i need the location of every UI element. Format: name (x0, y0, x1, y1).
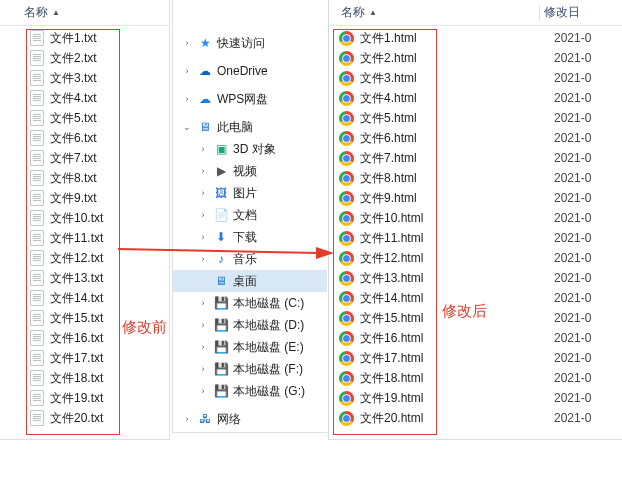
file-row[interactable]: 文件11.html2021-0 (329, 228, 622, 248)
nav-disk-d[interactable]: ›💾本地磁盘 (D:) (173, 314, 327, 336)
chrome-icon (339, 411, 354, 426)
file-row[interactable]: 文件17.html2021-0 (329, 348, 622, 368)
file-row[interactable]: 文件4.html2021-0 (329, 88, 622, 108)
file-name: 文件10.txt (50, 210, 103, 227)
file-row[interactable]: 文件12.html2021-0 (329, 248, 622, 268)
nav-label: 本地磁盘 (F:) (233, 361, 303, 378)
chevron-right-icon[interactable]: › (181, 38, 193, 48)
chevron-right-icon[interactable]: › (197, 320, 209, 330)
nav-downloads[interactable]: ›⬇下载 (173, 226, 327, 248)
file-row[interactable]: 文件20.txt (0, 408, 169, 428)
left-file-list: 文件1.txt文件2.txt文件3.txt文件4.txt文件5.txt文件6.t… (0, 26, 169, 428)
file-name: 文件19.txt (50, 390, 103, 407)
left-panel: 名称 ▲ 文件1.txt文件2.txt文件3.txt文件4.txt文件5.txt… (0, 0, 170, 440)
nav-quick-access[interactable]: ›★快速访问 (173, 32, 327, 54)
file-row[interactable]: 文件14.txt (0, 288, 169, 308)
nav-music[interactable]: ›♪音乐 (173, 248, 327, 270)
file-row[interactable]: 文件4.txt (0, 88, 169, 108)
chrome-icon (339, 111, 354, 126)
chevron-right-icon[interactable]: › (197, 188, 209, 198)
chevron-down-icon[interactable]: ⌄ (181, 122, 193, 132)
file-row[interactable]: 文件3.html2021-0 (329, 68, 622, 88)
file-date: 2021-0 (554, 71, 591, 85)
file-row[interactable]: 文件13.html2021-0 (329, 268, 622, 288)
file-name: 文件5.txt (50, 110, 97, 127)
file-name: 文件1.html (360, 30, 548, 47)
file-row[interactable]: 文件10.txt (0, 208, 169, 228)
nav-3d[interactable]: ›▣3D 对象 (173, 138, 327, 160)
txt-file-icon (30, 150, 44, 166)
nav-this-pc[interactable]: ⌄🖥此电脑 (173, 116, 327, 138)
nav-pictures[interactable]: ›🖼图片 (173, 182, 327, 204)
nav-disk-e[interactable]: ›💾本地磁盘 (E:) (173, 336, 327, 358)
file-date: 2021-0 (554, 371, 591, 385)
file-row[interactable]: 文件2.txt (0, 48, 169, 68)
file-row[interactable]: 文件9.txt (0, 188, 169, 208)
nav-docs[interactable]: ›📄文档 (173, 204, 327, 226)
chrome-icon (339, 91, 354, 106)
chrome-icon (339, 51, 354, 66)
nav-this-pc-icon: 🖥 (197, 119, 213, 135)
nav-wps[interactable]: ›☁WPS网盘 (173, 88, 327, 110)
col-date-header[interactable]: 修改日 (540, 0, 622, 25)
txt-file-icon (30, 30, 44, 46)
chevron-right-icon[interactable]: › (197, 210, 209, 220)
file-row[interactable]: 文件16.html2021-0 (329, 328, 622, 348)
file-row[interactable]: 文件19.txt (0, 388, 169, 408)
nav-disk-f[interactable]: ›💾本地磁盘 (F:) (173, 358, 327, 380)
nav-label: 此电脑 (217, 119, 253, 136)
file-row[interactable]: 文件1.html2021-0 (329, 28, 622, 48)
nav-desktop[interactable]: 🖥桌面 (173, 270, 327, 292)
file-row[interactable]: 文件5.txt (0, 108, 169, 128)
file-row[interactable]: 文件20.html2021-0 (329, 408, 622, 428)
nav-label: 图片 (233, 185, 257, 202)
file-row[interactable]: 文件7.txt (0, 148, 169, 168)
file-row[interactable]: 文件10.html2021-0 (329, 208, 622, 228)
file-row[interactable]: 文件12.txt (0, 248, 169, 268)
nav-disk-g-icon: 💾 (213, 383, 229, 399)
file-row[interactable]: 文件13.txt (0, 268, 169, 288)
file-row[interactable]: 文件3.txt (0, 68, 169, 88)
chevron-right-icon[interactable]: › (197, 144, 209, 154)
file-row[interactable]: 文件5.html2021-0 (329, 108, 622, 128)
file-row[interactable]: 文件1.txt (0, 28, 169, 48)
file-row[interactable]: 文件7.html2021-0 (329, 148, 622, 168)
txt-file-icon (30, 390, 44, 406)
chrome-icon (339, 251, 354, 266)
chevron-right-icon[interactable]: › (181, 66, 193, 76)
chevron-right-icon[interactable]: › (197, 386, 209, 396)
nav-disk-g[interactable]: ›💾本地磁盘 (G:) (173, 380, 327, 402)
nav-onedrive[interactable]: ›☁OneDrive (173, 60, 327, 82)
file-date: 2021-0 (554, 51, 591, 65)
chevron-right-icon[interactable]: › (181, 414, 193, 424)
left-column-header[interactable]: 名称 ▲ (0, 0, 169, 26)
file-row[interactable]: 文件17.txt (0, 348, 169, 368)
chevron-right-icon[interactable]: › (197, 232, 209, 242)
chevron-right-icon[interactable]: › (181, 94, 193, 104)
col-name-header[interactable]: 名称 ▲ (329, 0, 539, 25)
nav-label: 本地磁盘 (E:) (233, 339, 304, 356)
file-row[interactable]: 文件18.txt (0, 368, 169, 388)
file-row[interactable]: 文件2.html2021-0 (329, 48, 622, 68)
file-row[interactable]: 文件6.html2021-0 (329, 128, 622, 148)
right-file-list: 文件1.html2021-0文件2.html2021-0文件3.html2021… (329, 26, 622, 428)
file-row[interactable]: 文件9.html2021-0 (329, 188, 622, 208)
chevron-right-icon[interactable]: › (197, 254, 209, 264)
nav-disk-c[interactable]: ›💾本地磁盘 (C:) (173, 292, 327, 314)
chevron-right-icon[interactable]: › (197, 298, 209, 308)
chrome-icon (339, 371, 354, 386)
sort-asc-icon: ▲ (369, 8, 377, 17)
file-name: 文件4.html (360, 90, 548, 107)
file-row[interactable]: 文件19.html2021-0 (329, 388, 622, 408)
nav-network[interactable]: ›🖧网络 (173, 408, 327, 430)
file-row[interactable]: 文件18.html2021-0 (329, 368, 622, 388)
chevron-right-icon[interactable]: › (197, 364, 209, 374)
nav-label: 音乐 (233, 251, 257, 268)
file-row[interactable]: 文件11.txt (0, 228, 169, 248)
file-row[interactable]: 文件6.txt (0, 128, 169, 148)
chevron-right-icon[interactable]: › (197, 342, 209, 352)
nav-video[interactable]: ›▶视频 (173, 160, 327, 182)
file-row[interactable]: 文件8.txt (0, 168, 169, 188)
chevron-right-icon[interactable]: › (197, 166, 209, 176)
file-row[interactable]: 文件8.html2021-0 (329, 168, 622, 188)
